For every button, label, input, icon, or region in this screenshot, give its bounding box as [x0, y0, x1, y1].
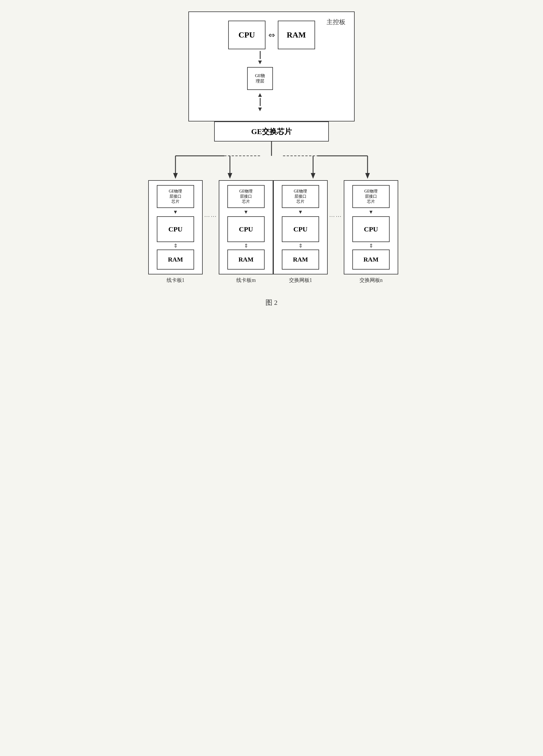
arrow-down-line-2: [260, 98, 260, 106]
board-column-4: GE物理 层接口 芯片 ▼ CPU ⇕ RAM 交换网板n: [344, 180, 398, 284]
board-column-1: GE物理 层接口 芯片 ▼ CPU ⇕: [148, 180, 203, 284]
bottom-boards-row: GE物理 层接口 芯片 ▼ CPU ⇕: [148, 180, 395, 284]
cpu-box-4: CPU: [352, 216, 390, 242]
ram-4-label: RAM: [364, 256, 379, 263]
arrow-down-head-1: ▼: [257, 59, 263, 65]
phy-chip-1-label: GE物理 层接口 芯片: [169, 189, 182, 205]
main-ram-label: RAM: [287, 30, 306, 40]
dashed-1-2: ……: [203, 212, 219, 218]
cpu-3-label: CPU: [293, 225, 307, 233]
phy-to-cpu-arrow-4: ▼: [369, 209, 374, 215]
board-box-1: GE物理 层接口 芯片 ▼ CPU ⇕: [148, 180, 203, 274]
arrow-up-head-to-ge: ▲: [257, 92, 263, 98]
ram-box-1: RAM: [157, 250, 194, 270]
ram-box-3: RAM: [282, 250, 319, 270]
board-label-3: 交换网板1: [289, 277, 312, 284]
arrow-down-head-2: ▼: [257, 106, 263, 112]
board-label-4: 交换网板n: [360, 277, 383, 284]
phy-chip-2: GE物理 层接口 芯片: [227, 185, 264, 208]
cpu-to-ram-arrow-4: ⇕: [369, 243, 373, 248]
ram-box-2: RAM: [227, 250, 264, 270]
phy-chip-2-label: GE物理 层接口 芯片: [239, 189, 253, 205]
ge-switch-label: GE交换芯片: [251, 127, 292, 137]
cpu-box-3: CPU: [282, 216, 319, 242]
board-label-1: 线卡板1: [166, 277, 185, 284]
ram-1-label: RAM: [168, 256, 183, 263]
phy-chip-1: GE物理 层接口 芯片: [157, 185, 194, 208]
main-board: 主控板 CPU ⇔ RAM ▼ GE物 理层 ▲ ▼: [188, 11, 355, 121]
cpu-4-label: CPU: [364, 225, 378, 233]
phy-chip-3-label: GE物理 层接口 芯片: [294, 189, 307, 205]
board-column-3: GE物理 层接口 芯片 ▼ CPU ⇕ RAM 交换网板1: [273, 180, 328, 284]
board-box-4: GE物理 层接口 芯片 ▼ CPU ⇕ RAM: [344, 180, 398, 274]
dashed-3-4: ……: [328, 212, 344, 218]
cpu-1-label: CPU: [168, 225, 182, 233]
phy-to-cpu-arrow-3: ▼: [298, 209, 303, 215]
phy-chip-4-label: GE物理 层接口 芯片: [364, 189, 378, 205]
diagram-container: 主控板 CPU ⇔ RAM ▼ GE物 理层 ▲ ▼: [148, 11, 395, 307]
board-box-3: GE物理 层接口 芯片 ▼ CPU ⇕ RAM: [273, 180, 328, 274]
main-ge-phy-box: GE物 理层: [247, 67, 273, 90]
main-board-label: 主控板: [327, 18, 346, 26]
phy-chip-4: GE物理 层接口 芯片: [352, 185, 390, 208]
board-column-2: GE物理 层接口 芯片 ▼ CPU ⇕ RAM 线卡板m: [219, 180, 273, 284]
ram-2-label: RAM: [238, 256, 254, 263]
main-cpu-box: CPU: [228, 21, 265, 49]
board-box-2: GE物理 层接口 芯片 ▼ CPU ⇕ RAM: [219, 180, 273, 274]
cpu-box-2: CPU: [227, 216, 264, 242]
ge-switch-box: GE交换芯片: [214, 121, 329, 142]
lower-section: GE物理 层接口 芯片 ▼ CPU ⇕: [148, 142, 395, 284]
arrow-spacer: [148, 142, 395, 180]
cpu-box-1: CPU: [157, 216, 194, 242]
arrow-down-line-1: [260, 51, 260, 59]
cpu-to-ram-arrow-3: ⇕: [299, 243, 303, 248]
phy-chip-3: GE物理 层接口 芯片: [282, 185, 319, 208]
phy-to-cpu-arrow-2: ▼: [243, 209, 248, 215]
main-cpu-label: CPU: [238, 30, 255, 40]
figure-label: 图 2: [265, 298, 278, 307]
main-ram-box: RAM: [278, 21, 315, 49]
cpu-to-ram-arrow-2: ⇕: [244, 243, 248, 248]
ram-3-label: RAM: [293, 256, 308, 263]
top-row: CPU ⇔ RAM: [228, 21, 315, 49]
cpu-to-ram-arrow-1: ⇕: [173, 243, 178, 248]
cpu-2-label: CPU: [239, 225, 253, 233]
cpu-ram-arrow: ⇔: [268, 30, 275, 40]
ram-box-4: RAM: [352, 250, 390, 270]
main-ge-phy-label: GE物 理层: [255, 73, 265, 84]
phy-to-cpu-arrow-1: ▼: [173, 209, 178, 215]
board-label-2: 线卡板m: [236, 277, 256, 284]
